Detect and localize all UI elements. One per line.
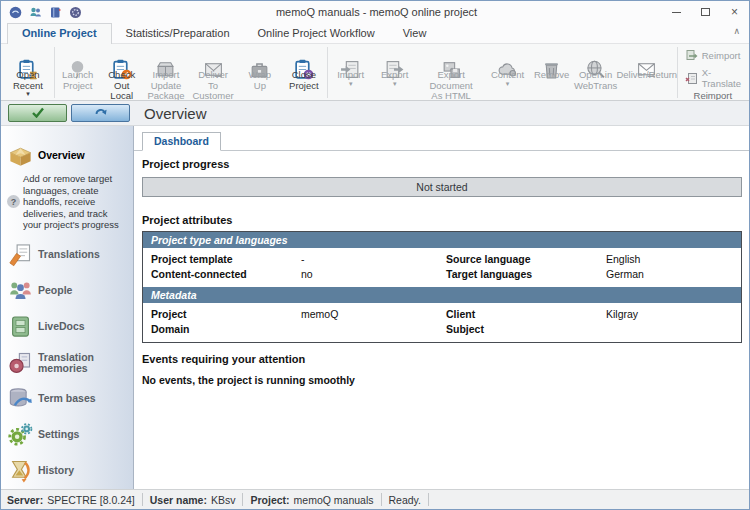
close-project-button[interactable]: Close Project (282, 46, 326, 91)
document-export-icon (384, 48, 405, 69)
statusbar-user: User name: KBsv (150, 494, 243, 506)
gear-toolbar-icon[interactable] (69, 6, 82, 19)
gears-icon (7, 422, 34, 447)
wrap-up-button[interactable]: Wrap Up (238, 46, 282, 91)
ribbon-collapse-icon[interactable]: ∧ (733, 26, 740, 36)
book-toolbar-icon[interactable] (49, 6, 62, 19)
statusbar-divider (428, 493, 429, 506)
globe-magnifier-icon (585, 48, 606, 69)
attr-value: memoQ (293, 308, 438, 321)
people-toolbar-icon[interactable] (29, 6, 42, 19)
attr-value (293, 323, 438, 336)
ribbon-tab-row: Online Project Statistics/Preparation On… (1, 23, 749, 44)
cabinet-icon (7, 314, 34, 339)
import-update-package-button[interactable]: Import Update Package (144, 46, 189, 101)
tab-online-project-workflow[interactable]: Online Project Workflow (244, 24, 389, 43)
page-title: Overview (144, 105, 207, 122)
sidebar-item-term-bases[interactable]: Term bases (1, 381, 133, 417)
sidebar-item-label: Translations (38, 249, 100, 260)
close-button[interactable]: × (720, 2, 749, 23)
x-translate-button[interactable]: X-Translate (679, 66, 747, 90)
ribbon-group-open-recent: Open Recent ▾ (3, 45, 53, 100)
content-button[interactable]: Content ▾ (486, 46, 530, 87)
sidebar-item-settings[interactable]: Settings (1, 417, 133, 453)
deliver-return-button[interactable]: Deliver/Return (618, 46, 676, 81)
content-label: Content (491, 70, 524, 81)
deliver-to-customer-portal-button[interactable]: Deliver To Customer Portal (188, 46, 238, 101)
attr-group-rows: Project template - Source language Engli… (143, 248, 741, 287)
launch-project-button[interactable]: Launch Project (56, 46, 100, 91)
project-attributes-table: Project type and languages Project templ… (142, 231, 742, 343)
dropdown-caret-icon: ▾ (506, 81, 510, 87)
sidebar-item-label: Translation memories (38, 352, 133, 374)
remove-button[interactable]: Remove (530, 46, 574, 81)
import-button[interactable]: Import ▾ (329, 46, 373, 87)
table-row: Content-connected no Target languages Ge… (143, 267, 741, 282)
statusbar-divider (242, 493, 243, 506)
project-progress-heading: Project progress (142, 158, 742, 170)
memoq-logo-icon[interactable] (9, 6, 22, 19)
remove-label: Remove (534, 70, 569, 81)
attr-label: Content-connected (143, 268, 293, 281)
title-bar: memoQ manuals - memoQ online project × (1, 1, 749, 23)
x-translate-label: X-Translate (702, 67, 741, 89)
database-icon (7, 386, 34, 411)
people-icon (7, 278, 34, 303)
sidebar-item-overview[interactable]: Overview (1, 140, 133, 170)
sidebar-item-livedocs[interactable]: LiveDocs (1, 309, 133, 345)
open-recent-button[interactable]: Open Recent ▾ (3, 46, 53, 97)
document-import-icon (340, 48, 361, 69)
status-bar: Server: SPECTRE [8.0.24] User name: KBsv… (1, 489, 749, 509)
clipboard-hourglass-icon (17, 48, 38, 69)
apply-changes-button[interactable] (8, 104, 67, 122)
sidebar-item-history[interactable]: History (1, 453, 133, 489)
main-panel: Dashboard Project progress Not started P… (134, 126, 749, 489)
check-out-local-copy-button[interactable]: Check Out Local Copy (100, 46, 144, 101)
envelope-icon (203, 48, 224, 69)
minimize-icon (672, 12, 681, 13)
ribbon-separator (327, 47, 328, 98)
attr-group-rows: Project memoQ Client Kilgray Domain Subj… (143, 303, 741, 342)
progress-status-text: Not started (416, 181, 467, 193)
tab-statistics-preparation[interactable]: Statistics/Preparation (112, 24, 244, 43)
description-text: Add or remove target languages, create h… (23, 173, 123, 231)
sidebar-item-people[interactable]: People (1, 273, 133, 309)
maximize-icon (701, 8, 710, 16)
table-row: Domain Subject (143, 322, 741, 337)
help-icon: ? (7, 195, 20, 208)
reimport-icon (685, 49, 698, 62)
table-row: Project template - Source language Engli… (143, 252, 741, 267)
tab-online-project[interactable]: Online Project (7, 23, 112, 44)
briefcase-icon (249, 48, 270, 69)
tab-view[interactable]: View (389, 24, 441, 43)
export-button[interactable]: Export ▾ (373, 46, 417, 87)
reimport-button[interactable]: Reimport (679, 48, 747, 63)
envelope-return-icon (636, 48, 657, 69)
refresh-button[interactable] (71, 104, 130, 122)
dashboard-content: Project progress Not started Project att… (134, 151, 749, 386)
cloud-icon (497, 48, 518, 69)
dropdown-caret-icon: ▾ (393, 81, 397, 87)
maximize-button[interactable] (691, 2, 720, 23)
tab-dashboard[interactable]: Dashboard (142, 132, 221, 151)
ready-text: Ready. (389, 494, 422, 506)
minimize-button[interactable] (662, 2, 691, 23)
sidebar-item-translations[interactable]: Translations (1, 237, 133, 273)
memoq-online-project-window: memoQ manuals - memoQ online project × O… (0, 0, 750, 510)
package-box-icon (155, 48, 176, 69)
sidebar-overview-description: ? Add or remove target languages, create… (1, 170, 133, 237)
export-document-as-html-button[interactable]: Export Document As HTML ▾ (417, 46, 486, 101)
attr-label: Client (438, 308, 598, 321)
user-name-value: KBsv (211, 494, 236, 506)
events-heading: Events requiring your attention (142, 353, 742, 365)
check-icon (31, 104, 45, 122)
attr-label: Project template (143, 253, 293, 266)
open-in-webtrans-button[interactable]: Open in WebTrans (574, 46, 618, 91)
quick-access-toolbar (1, 6, 91, 19)
project-label: Project: (250, 494, 289, 506)
sidebar-item-translation-memories[interactable]: Translation memories (1, 345, 133, 381)
dashboard-tab-row: Dashboard (134, 126, 749, 151)
server-label: Server: (7, 494, 43, 506)
ribbon-separator (677, 47, 678, 98)
ribbon: Open Recent ▾ Launch Project (1, 44, 749, 101)
